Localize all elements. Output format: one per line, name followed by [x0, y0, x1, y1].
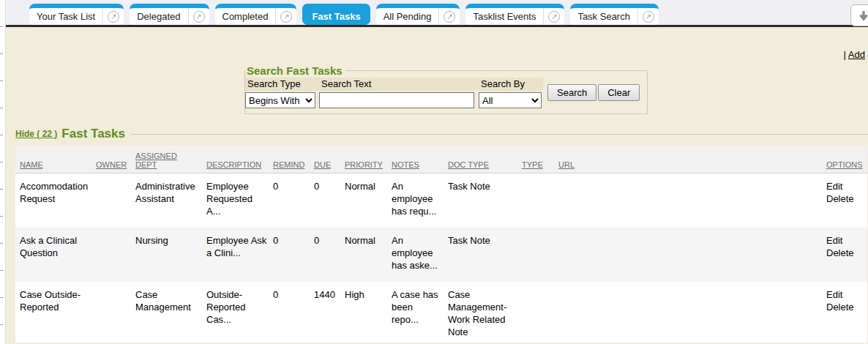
column-header-notes[interactable]: NOTES [392, 146, 448, 173]
ruler-ticks [0, 0, 3, 344]
search-fields: Search Type Search Text Search By Begins… [245, 78, 543, 108]
cell-notes: An employee has requ... [392, 173, 448, 228]
header-row: NAMEOWNERASSIGNED DEPTDESCRIPTIONREMINDD… [15, 146, 867, 173]
column-header-owner[interactable]: OWNER [96, 146, 135, 173]
edit-action[interactable]: Edit [826, 234, 867, 247]
hide-count-link[interactable]: Hide ( 22 ) [15, 129, 57, 139]
main-content: | Add Search Fast Tasks Search Type Sear… [6, 49, 868, 344]
tab-label: Tasklist Events [465, 8, 543, 25]
popout-icon[interactable]: ↗ [638, 8, 659, 25]
tab-bar: Your Task List ↗ Delegated ↗ Completed ↗… [6, 0, 868, 27]
cell-notes: A case has been repo... [392, 282, 448, 343]
search-text-input[interactable] [319, 92, 474, 108]
section-rule [131, 134, 868, 135]
column-header-remind[interactable]: REMIND [273, 146, 314, 173]
column-header-due[interactable]: DUE [314, 146, 345, 173]
fast-tasks-table: NAMEOWNERASSIGNED DEPTDESCRIPTIONREMINDD… [15, 146, 867, 343]
cell-owner [96, 173, 135, 228]
tab-label: Your Task List [29, 8, 102, 25]
column-header-priority[interactable]: PRIORITY [345, 146, 392, 173]
cell-due: 0 [314, 173, 345, 228]
cell-type [522, 228, 558, 282]
popout-icon[interactable]: ↗ [544, 8, 564, 25]
actions-row: | Add [6, 49, 865, 60]
left-ruler [0, 0, 6, 344]
column-header-dept[interactable]: ASSIGNED DEPT [135, 146, 206, 173]
cell-owner [96, 282, 135, 343]
popout-icon[interactable]: ↗ [189, 8, 209, 25]
table-row: Case Outside-ReportedCase ManagementOuts… [15, 282, 867, 343]
search-type-label: Search Type [245, 78, 319, 91]
cell-name: Ask a Clinical Question [15, 228, 96, 282]
search-panel: Search Fast Tasks Search Type Search Tex… [244, 64, 648, 114]
cell-notes: An employee has aske... [392, 228, 448, 282]
cell-remind: 0 [273, 228, 314, 282]
tab-all-pending[interactable]: All Pending ↗ [376, 4, 460, 25]
cell-doc_type: Case Management-Work Related Note [448, 282, 522, 343]
edit-action[interactable]: Edit [826, 180, 867, 192]
cell-priority: Normal [345, 228, 392, 282]
down-arrow-icon [858, 10, 868, 21]
add-link[interactable]: Add [848, 49, 865, 60]
cell-options: EditDelete [826, 173, 867, 228]
cell-priority: High [345, 282, 392, 343]
cell-name: Case Outside-Reported [15, 282, 96, 343]
tab-delegated[interactable]: Delegated ↗ [130, 4, 209, 25]
edit-action[interactable]: Edit [826, 288, 867, 301]
tab-your-task-list[interactable]: Your Task List ↗ [29, 4, 124, 25]
cell-doc_type: Task Note [448, 228, 522, 282]
column-header-url[interactable]: URL [558, 146, 826, 173]
column-header-doc_type[interactable]: DOC TYPE [448, 146, 522, 173]
tab-label: Delegated [130, 8, 187, 25]
cell-due: 0 [314, 228, 345, 282]
popout-icon[interactable]: ↗ [439, 8, 460, 25]
cell-options: EditDelete [826, 228, 867, 282]
column-header-type[interactable]: TYPE [522, 146, 558, 173]
popout-icon[interactable]: ↗ [276, 8, 296, 25]
cell-type [522, 173, 558, 228]
search-by-field: All [479, 92, 543, 108]
cell-remind: 0 [273, 282, 314, 343]
delete-action[interactable]: Delete [826, 192, 867, 205]
cell-type [522, 282, 558, 343]
table-row: Accommodation RequestAdministrative Assi… [15, 173, 867, 228]
cell-remind: 0 [273, 173, 314, 228]
separator: | [844, 49, 846, 60]
cell-options: EditDelete [826, 282, 867, 343]
delete-action[interactable]: Delete [826, 301, 867, 313]
search-text-field [319, 92, 479, 108]
search-buttons: Search Clear [547, 84, 640, 101]
table-row: Ask a Clinical QuestionNursingEmployee A… [15, 228, 867, 282]
cell-dept: Administrative Assistant [135, 173, 206, 228]
delete-action[interactable]: Delete [826, 247, 867, 259]
section-title: Fast Tasks [61, 127, 125, 141]
search-type-select[interactable]: Begins With [245, 92, 315, 108]
tab-label: Completed [215, 8, 276, 25]
search-type-field: Begins With [245, 92, 319, 108]
cell-priority: Normal [345, 173, 392, 228]
tab-label: Fast Tasks [302, 8, 370, 25]
column-header-description[interactable]: DESCRIPTION [206, 146, 273, 173]
clear-button[interactable]: Clear [598, 84, 640, 101]
cell-due: 1440 [314, 282, 345, 343]
tab-completed[interactable]: Completed ↗ [215, 4, 297, 25]
cell-description: Employee Ask a Clini... [206, 228, 273, 282]
cell-owner [96, 228, 135, 282]
search-button[interactable]: Search [547, 84, 596, 101]
search-form: Search Type Search Text Search By Begins… [245, 78, 640, 108]
cell-dept: Nursing [135, 228, 206, 282]
search-by-select[interactable]: All [479, 92, 542, 108]
search-text-label: Search Text [319, 78, 479, 91]
tab-task-search[interactable]: Task Search ↗ [570, 4, 659, 25]
cell-dept: Case Management [135, 282, 206, 343]
cell-description: Outside-Reported Cas... [206, 282, 273, 343]
column-header-options[interactable]: OPTIONS [826, 146, 867, 173]
column-header-name[interactable]: NAME [15, 146, 96, 173]
tab-tasklist-events[interactable]: Tasklist Events ↗ [465, 4, 564, 25]
tab-label: Task Search [570, 8, 637, 25]
cell-url [558, 173, 826, 228]
scroll-down-button[interactable] [850, 4, 868, 26]
popout-icon[interactable]: ↗ [103, 8, 124, 25]
tab-label: All Pending [376, 8, 439, 25]
tab-fast-tasks[interactable]: Fast Tasks [302, 4, 370, 25]
